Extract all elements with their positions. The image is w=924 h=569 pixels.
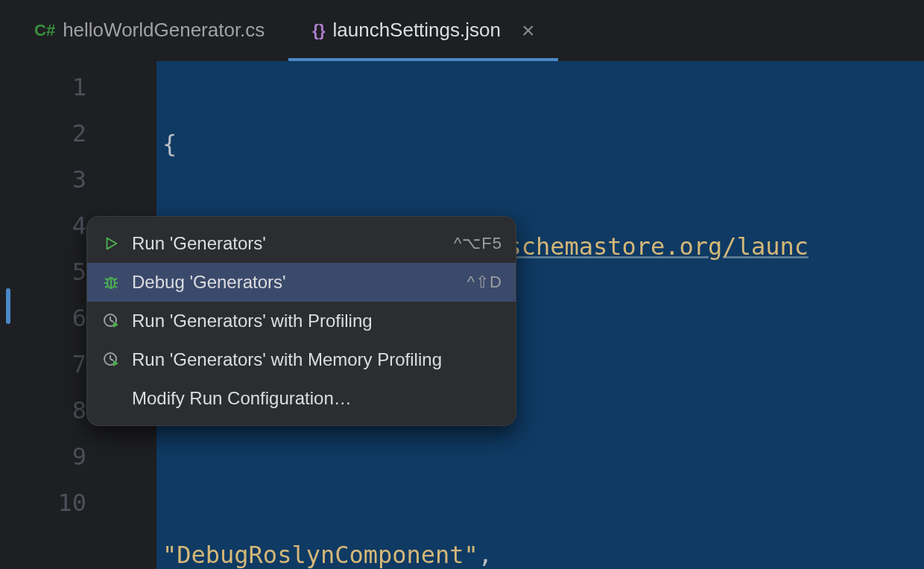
svg-line-10 [110,320,113,322]
bug-icon [101,272,121,293]
menu-run-profiling[interactable]: Run 'Generators' with Profiling [87,302,516,340]
code-text: { [162,130,177,158]
svg-line-7 [114,286,117,287]
line-number: 1 [0,64,156,110]
menu-run-generators[interactable]: Run 'Generators' ^⌥F5 [87,224,516,263]
code-text: DebugRoslynComponent" [177,541,478,569]
menu-run-memory-profiling[interactable]: Run 'Generators' with Memory Profiling [87,340,516,379]
svg-line-5 [114,279,117,280]
close-icon[interactable]: × [522,18,535,43]
menu-item-label: Debug 'Generators' [132,272,457,293]
tab-launch-settings[interactable]: {} launchSettings.json × [288,0,558,60]
tab-label: launchSettings.json [332,19,500,42]
csharp-icon: C# [34,21,55,40]
svg-line-6 [105,286,108,287]
menu-item-label: Run 'Generators' [132,233,443,254]
play-icon [101,233,121,254]
line-number: 2 [0,110,156,156]
menu-item-label: Run 'Generators' with Profiling [132,311,502,331]
menu-item-label: Run 'Generators' with Memory Profiling [132,349,502,370]
svg-line-4 [105,279,108,280]
menu-debug-generators[interactable]: Debug 'Generators' ^⇧D [87,263,516,302]
editor-tabs: C# helloWorldGenerator.cs {} launchSetti… [0,0,924,61]
run-context-menu: Run 'Generators' ^⌥F5 Debug 'Generators'… [86,216,516,426]
clock-play-icon [101,349,121,370]
tab-label: helloWorldGenerator.cs [63,19,265,42]
code-text: " [162,541,177,569]
line-number: 3 [0,156,156,203]
tab-hello-world-generator[interactable]: C# helloWorldGenerator.cs [10,0,288,60]
json-icon: {} [312,21,325,40]
menu-item-label: Modify Run Configuration… [132,388,502,409]
line-number: 10 [0,480,156,526]
line-number: 9 [0,433,156,480]
menu-modify-run-config[interactable]: Modify Run Configuration… [87,379,516,418]
editor-area: 1 2 3 4 5 6 7 8 9 10 { "$schema": "http:… [0,61,924,569]
empty-icon [101,388,121,409]
code-text: , [478,541,493,569]
clock-play-icon [101,311,121,331]
menu-item-shortcut: ^⌥F5 [454,234,502,253]
svg-line-13 [110,359,113,360]
menu-item-shortcut: ^⇧D [467,273,502,292]
